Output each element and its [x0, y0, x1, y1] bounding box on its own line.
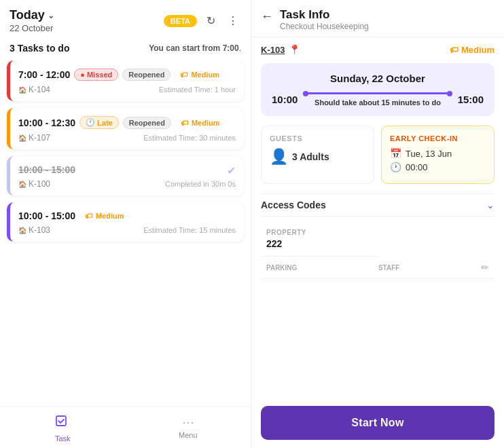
property-value: 222 [266, 238, 372, 249]
time-card: Sunday, 22 October 10:00 Should take abo… [261, 63, 494, 116]
task-list: 7:00 - 12:00 ● Missed Reopened Medium K-… [0, 60, 251, 406]
guests-title: GUESTS [270, 134, 365, 143]
check-icon: ✔ [227, 164, 236, 177]
time-bar-container: Should take about 15 minutes to do [303, 92, 452, 107]
start-now-button[interactable]: Start Now [261, 406, 494, 440]
missed-badge: ● Missed [74, 69, 118, 81]
staff-section: STAFF [378, 264, 399, 272]
task-2-id: K-107 [18, 133, 50, 143]
access-chevron-icon: ⌄ [486, 200, 494, 210]
date-title: Today ⌄ [10, 8, 54, 22]
info-cards-row: GUESTS 👤 3 Adults EARLY CHECK-IN 📅 Tue, … [261, 126, 494, 184]
checkin-time-row: 🕐 00:00 [390, 162, 486, 172]
beta-badge: BETA [164, 15, 197, 27]
task-nav-label: Task [55, 434, 71, 443]
right-body: K-103 📍 🏷 Medium Sunday, 22 October 10:0… [251, 37, 504, 399]
time-bar-row: 10:00 Should take about 15 minutes to do… [272, 92, 484, 107]
task-code-link[interactable]: K-103 [261, 45, 285, 55]
property-access-item: PROPERTY 222 [261, 222, 378, 257]
task-label-row: K-103 📍 🏷 Medium [261, 44, 494, 55]
tasks-info: 3 Tasks to do You can start from 7:00. [0, 37, 251, 60]
task-card-4[interactable]: 10:00 - 15:00 Medium K-103 Estimated Tim… [7, 202, 244, 242]
edit-icon[interactable]: ✏ [481, 262, 489, 273]
task-card-3[interactable]: ✔ 10:00 - 15:00 K-100 Completed in 30m 0… [7, 156, 244, 195]
parking-section: PARKING [266, 264, 297, 272]
late-badge: 🕐 Late [79, 116, 119, 129]
task-1-top: 7:00 - 12:00 ● Missed Reopened Medium [18, 69, 236, 81]
time-start: 10:00 [272, 94, 298, 105]
guests-count: 3 Adults [292, 151, 329, 162]
access-header[interactable]: Access Codes ⌄ [261, 193, 494, 217]
checkin-time: 00:00 [406, 162, 428, 172]
left-panel: Today ⌄ 22 October BETA ↻ ⋮ 3 Tasks to d… [0, 0, 251, 448]
task-3-top: 10:00 - 15:00 [18, 164, 236, 175]
task-1-id: K-104 [18, 85, 50, 94]
missed-dot: ● [80, 71, 85, 79]
chevron-down-icon[interactable]: ⌄ [48, 11, 54, 20]
task-4-top: 10:00 - 15:00 Medium [18, 210, 236, 221]
time-card-date: Sunday, 22 October [272, 73, 484, 84]
guest-icon: 👤 [270, 148, 288, 166]
refresh-button[interactable]: ↻ [204, 13, 218, 29]
time-end: 15:00 [458, 94, 484, 105]
task-3-est: Completed in 30m 0s [165, 180, 236, 188]
nav-menu[interactable]: ⋯ Menu [126, 412, 251, 445]
menu-nav-label: Menu [179, 431, 198, 439]
date-section: Today ⌄ 22 October [10, 8, 54, 33]
right-header: ← Task Info Checkout Housekeeping [251, 0, 504, 37]
location-icon: 📍 [289, 44, 300, 55]
reopened-badge-1: Reopened [122, 69, 170, 81]
task-4-time: 10:00 - 15:00 [18, 210, 75, 221]
back-button[interactable]: ← [261, 8, 273, 24]
today-label: Today [10, 8, 45, 22]
parking-staff-row: PARKING STAFF ✏ [261, 257, 494, 279]
task-1-bottom: K-104 Estimated Time: 1 hour [18, 85, 236, 94]
right-header-title: Task Info [280, 8, 369, 22]
right-header-sub: Checkout Housekeeping [280, 22, 369, 31]
svg-rect-0 [56, 416, 66, 426]
task-2-est: Estimated Time: 30 minutes [143, 134, 236, 142]
reopened-badge-2: Reopened [123, 117, 171, 129]
task-3-id: K-100 [18, 179, 50, 189]
guests-row: 👤 3 Adults [270, 148, 365, 166]
staff-label: STAFF [378, 264, 399, 272]
menu-nav-icon: ⋯ [182, 415, 194, 430]
task-card-1[interactable]: 7:00 - 12:00 ● Missed Reopened Medium K-… [7, 60, 244, 101]
early-checkin-card: EARLY CHECK-IN 📅 Tue, 13 Jun 🕐 00:00 [381, 126, 494, 184]
nav-task[interactable]: Task [0, 412, 126, 445]
more-options-button[interactable]: ⋮ [225, 13, 241, 29]
left-header: Today ⌄ 22 October BETA ↻ ⋮ [0, 0, 251, 37]
parking-label: PARKING [266, 264, 297, 272]
task-4-id: K-103 [18, 225, 50, 235]
header-actions: BETA ↻ ⋮ [164, 13, 241, 29]
task-nav-icon [55, 415, 70, 433]
task-4-bottom: K-103 Estimated Time: 15 minutes [18, 225, 236, 235]
task-4-est: Estimated Time: 15 minutes [143, 226, 236, 234]
tasks-count: 3 Tasks to do [10, 43, 69, 54]
medium-badge-2: Medium [175, 117, 226, 128]
right-header-text: Task Info Checkout Housekeeping [280, 8, 369, 31]
access-grid: PROPERTY 222 [261, 222, 494, 257]
clock-icon: 🕐 [390, 162, 401, 172]
access-section: Access Codes ⌄ PROPERTY 222 PARKING STAF… [261, 193, 494, 279]
task-1-est: Estimated Time: 1 hour [159, 86, 236, 94]
property-label: PROPERTY [266, 229, 372, 236]
medium-badge-1: Medium [175, 69, 225, 80]
bottom-nav: Task ⋯ Menu [0, 406, 251, 448]
task-2-top: 10:00 - 12:30 🕐 Late Reopened Medium [18, 116, 236, 129]
checkin-title: EARLY CHECK-IN [390, 134, 486, 143]
calendar-icon: 📅 [390, 148, 401, 159]
task-label-left: K-103 📍 [261, 44, 300, 55]
start-btn-container: Start Now [251, 399, 504, 448]
flag-icon: 🏷 [450, 45, 458, 55]
guests-card: GUESTS 👤 3 Adults [261, 126, 374, 184]
right-panel: ← Task Info Checkout Housekeeping K-103 … [251, 0, 504, 448]
task-2-time: 10:00 - 12:30 [18, 117, 75, 128]
task-card-2[interactable]: 10:00 - 12:30 🕐 Late Reopened Medium K-1… [7, 108, 244, 149]
task-3-bottom: K-100 Completed in 30m 0s [18, 179, 236, 189]
start-time-info: You can start from 7:00. [149, 43, 241, 53]
checkin-date: Tue, 13 Jun [406, 149, 452, 159]
priority-badge: 🏷 Medium [450, 45, 494, 55]
task-3-time: 10:00 - 15:00 [18, 164, 75, 175]
date-subtitle: 22 October [10, 23, 54, 33]
